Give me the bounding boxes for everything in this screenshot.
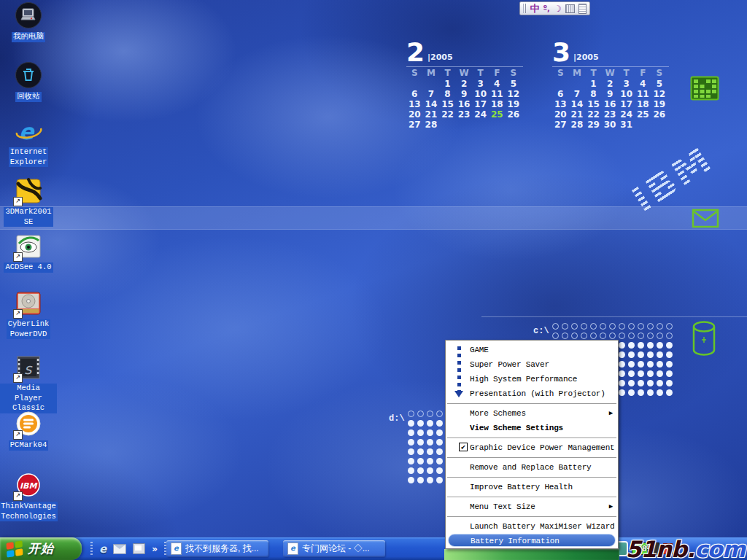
calendar-day: 26 (651, 109, 668, 120)
menu-item-more-schemes[interactable]: More Schemes▶ (446, 406, 618, 421)
used-space-dot (417, 429, 425, 437)
calendar-day: 3 (618, 79, 635, 89)
free-space-dot (657, 323, 663, 330)
calendar-day-highlighted: 25 (489, 109, 506, 120)
used-space-dot (619, 370, 626, 378)
calendar-grid: SMTWTFS123456789101112131415161718192021… (406, 68, 523, 130)
drive-d-label: d:\ (389, 413, 405, 424)
internet-explorer-page-icon: e (287, 542, 298, 555)
used-space-dot (647, 342, 654, 349)
used-space-dot (619, 389, 626, 397)
menu-item-label: More Schemes (470, 409, 526, 418)
quick-launch-bar: e » (86, 537, 171, 560)
desktop-icon-label: ThinkVantage Technologies (0, 502, 58, 521)
free-space-dot (571, 323, 578, 330)
used-space-dot (427, 448, 434, 456)
menu-item-high-system-performance[interactable]: High System Performance (446, 372, 618, 386)
calendar-day: 23 (602, 109, 619, 120)
used-space-dot (436, 429, 444, 437)
menu-item-menu-text-size[interactable]: Menu Text Size▶ (446, 499, 618, 514)
free-space-dot (436, 411, 443, 417)
used-space-dot (436, 420, 444, 427)
ime-menu-icon[interactable] (578, 4, 587, 14)
submenu-arrow-icon: ▶ (609, 499, 613, 514)
calendar-day-header: W (602, 68, 619, 79)
desktop-icon-recycle-bin[interactable]: 回收站 (0, 61, 57, 102)
desktop-icon-internet-explorer[interactable]: eInternet Explorer (0, 117, 57, 167)
used-space-dot (408, 458, 415, 465)
calendar-day: 19 (506, 99, 522, 109)
used-space-dot (417, 467, 425, 475)
calendar-day: 18 (635, 99, 651, 109)
used-space-dot (638, 370, 645, 378)
show-desktop-icon[interactable] (133, 543, 145, 554)
menu-item-battery-information[interactable]: Battery Information (448, 534, 616, 547)
calendar-day: 27 (552, 120, 569, 130)
menu-item-presentation-with-projector[interactable]: Presentation (with Projector) (446, 386, 618, 401)
used-space-dot (666, 351, 673, 359)
calendar-day: 12 (506, 89, 522, 99)
desktop-icon-powerdvd[interactable]: ↗CyberLink PowerDVD (0, 289, 57, 339)
free-space-dot (600, 332, 606, 339)
desktop-icon-label: 回收站 (15, 92, 42, 102)
calendar-day (635, 120, 651, 130)
menu-item-view-scheme-settings[interactable]: View Scheme Settings (446, 421, 618, 435)
drive-c-usage-gadget: c:\ (533, 323, 549, 336)
calendar-day (552, 79, 569, 89)
51nb-watermark: 51nb.com (626, 536, 745, 560)
start-button[interactable]: 开始 (0, 537, 82, 560)
used-space-dot (666, 361, 673, 368)
used-space-dot (638, 389, 645, 397)
desktop-icon-acdsee[interactable]: ↗ACDSee 4.0 (0, 232, 57, 273)
desktop-icon-label: 我的电脑 (12, 32, 45, 42)
calendar-day: 20 (406, 109, 423, 120)
acdsee-icon: ↗ (13, 232, 44, 261)
desktop-icon-pcmark04[interactable]: ↗PCMark04 (0, 410, 57, 451)
menu-item-remove-and-replace-battery[interactable]: Remove and Replace Battery (446, 460, 618, 475)
menu-item-game[interactable]: GAME (446, 343, 618, 357)
quick-launch-overflow-chevron[interactable]: » (152, 544, 158, 554)
calendar-day (439, 120, 456, 130)
watermark-tld: com (694, 536, 745, 560)
power-scheme-context-menu: GAMESuper Power SaverHigh System Perform… (445, 340, 619, 549)
calendar-day: 26 (506, 109, 522, 120)
used-space-dot (417, 448, 425, 456)
calendar-day: 22 (585, 109, 602, 120)
language-bar-handle[interactable] (523, 4, 526, 13)
used-space-dot (408, 420, 415, 427)
ime-fullwidth-button[interactable]: ☽ (554, 4, 562, 13)
calendar-day: 31 (618, 120, 635, 130)
task-button-2[interactable]: e专门网论坛 - ◇... (283, 540, 385, 557)
used-space-dot (436, 458, 444, 465)
language-bar[interactable]: 中 º, ☽ (519, 1, 590, 15)
outlook-express-icon[interactable] (113, 544, 126, 554)
calendar-day: 2 (602, 79, 619, 89)
internet-explorer-icon: e (13, 117, 44, 146)
watermark-name: 51nb (626, 536, 686, 560)
desktop-icon-thinkvantage[interactable]: IBM↗ThinkVantage Technologies (0, 471, 57, 521)
calendar-header: 2|2005 (406, 40, 523, 64)
envelope-icon (692, 209, 721, 229)
desktop-icon-3dmark2001[interactable]: ↗3DMark2001 SE (0, 176, 57, 227)
free-space-dot (647, 332, 654, 339)
menu-item-improve-battery-health[interactable]: Improve Battery Health (446, 480, 618, 494)
task-button-1[interactable]: e找不到服务器, 找... (166, 540, 268, 557)
ime-punctuation-button[interactable]: º, (543, 5, 549, 12)
menu-item-launch-battery-maximiser-wizard[interactable]: Launch Battery MaxiMiser Wizard (446, 519, 618, 534)
free-space-dot (562, 323, 568, 330)
desktop-icon-media-player-classic[interactable]: s↗Media Player Classic (0, 353, 57, 413)
drive-c-label: c:\ (533, 326, 549, 336)
desktop-icon-my-computer[interactable]: 我的电脑 (0, 1, 57, 42)
internet-explorer-icon[interactable]: e (99, 542, 107, 556)
calendar-day: 1 (585, 79, 602, 89)
ime-chinese-mode-button[interactable]: 中 (530, 4, 539, 13)
checkbox-checked-icon[interactable]: ✔ (459, 443, 468, 451)
wallpaper-thin-line (481, 316, 747, 317)
menu-item-graphic-device-power-management[interactable]: ✔Graphic Device Power Management (446, 440, 618, 455)
used-space-dot (628, 361, 635, 368)
menu-item-super-power-saver[interactable]: Super Power Saver (446, 357, 618, 372)
ime-keyboard-icon[interactable] (565, 4, 575, 13)
quick-launch-handle[interactable] (90, 542, 93, 556)
used-space-dot (666, 370, 673, 378)
calendar-day: 12 (651, 89, 668, 99)
